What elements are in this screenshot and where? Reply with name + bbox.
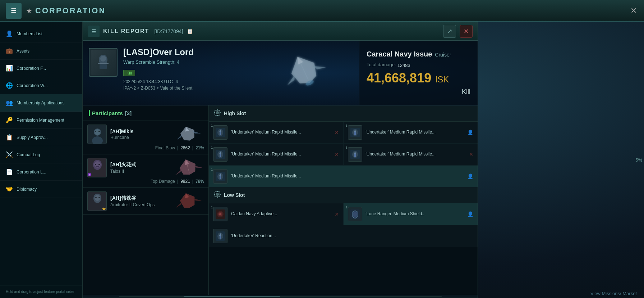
participant-info-0: [AH]Mikis Hurricane	[110, 128, 168, 140]
slot-low-user-1[interactable]: 👤	[467, 211, 473, 217]
victim-avatar	[89, 48, 118, 77]
slot-close-0[interactable]: ✕	[335, 130, 339, 135]
svg-marker-16	[179, 125, 197, 143]
svg-rect-15	[98, 131, 100, 132]
isk-row: 41,668,819 ISK	[367, 71, 470, 85]
slot-item-low-2: 'Undertaker' Reaction...	[209, 225, 478, 247]
svg-rect-24	[98, 164, 100, 165]
combat-icon: ⚔️	[6, 151, 13, 158]
sidebar-item-permission-management[interactable]: 🔑 Permission Management	[0, 112, 82, 129]
missile-icon-4	[215, 171, 226, 182]
svg-rect-68	[220, 176, 221, 179]
slot-item-high-3: 1 'Undertaker' Medium Rapid Missile... ✕	[344, 144, 478, 165]
sidebar-label-combat: Combat Log	[17, 152, 40, 157]
sidebar-item-assets[interactable]: 💼 Assets	[0, 42, 82, 60]
sidebar-item-corporation-l[interactable]: 📄 Corporation L...	[0, 163, 82, 181]
svg-rect-25	[96, 166, 99, 167]
ship-type: Cruiser	[435, 52, 451, 58]
sidebar-label-permission: Permission Management	[17, 118, 64, 123]
slot-low-icon-1	[348, 207, 362, 221]
sidebar-label-members-list: Members List	[17, 31, 42, 36]
participant-name-1: [AH]火花式	[110, 162, 168, 168]
panel-title: KILL REPORT	[103, 28, 149, 35]
high-slot-grid: 1 'Undertaker' Medium Rapid Missile... ✕	[209, 122, 478, 187]
ship-img-1	[172, 158, 204, 177]
star-icon: ★	[26, 6, 32, 15]
kill-badge: Kill	[123, 70, 135, 76]
damage-value: 12483	[397, 63, 410, 68]
panel-title-id: [ID:7177094]	[154, 28, 183, 34]
sidebar-item-corporation-f[interactable]: 📊 Corporation F...	[0, 60, 82, 77]
diplomacy-icon: 🤝	[6, 186, 13, 193]
export-button[interactable]: ↗	[443, 25, 456, 38]
sidebar-item-corporation-w[interactable]: 🌐 Corporation W...	[0, 77, 82, 94]
svg-point-70	[216, 193, 219, 196]
low-slot-grid: 1 Caldari Navy Adaptive... ✕	[209, 203, 478, 247]
ship-img-0	[172, 125, 204, 144]
svg-rect-64	[354, 154, 356, 157]
svg-rect-1	[100, 64, 107, 69]
stat-damage-0: 2662	[180, 145, 190, 150]
copy-id-button[interactable]: 📋	[187, 28, 193, 34]
sidebar-label-diplomacy: Diplomacy	[17, 187, 37, 192]
sidebar-item-supply-approv[interactable]: 📋 Supply Approv...	[0, 129, 82, 146]
participants-column: Participants [3]	[83, 105, 209, 295]
high-slot-header: High Slot	[209, 105, 478, 122]
participant-item-1: ★ [AH]火花式 Talos II	[83, 154, 208, 188]
slot-name-1: 'Undertaker' Medium Rapid Missile...	[366, 130, 464, 135]
close-app-button[interactable]: ✕	[630, 6, 637, 15]
slot-num-0: 1	[211, 124, 213, 127]
slot-item-low-0: 1 Caldari Navy Adaptive... ✕	[209, 203, 343, 225]
panel-close-button[interactable]: ✕	[460, 25, 473, 38]
panel-scrollbar[interactable]	[83, 295, 478, 298]
shield-icon-0	[350, 209, 360, 220]
avatar-img-0	[88, 125, 106, 144]
participant-avatar-0	[87, 125, 107, 144]
ship-name: Caracal Navy Issue	[367, 50, 432, 58]
slot-item-high-2: 1 'Undertaker' Medium Rapid Missile... ✕	[209, 144, 343, 165]
main-area: ☰ KILL REPORT [ID:7177094] 📋 ↗ ✕	[83, 22, 644, 298]
slot-close-2[interactable]: ✕	[335, 152, 339, 157]
ship-silhouette-svg	[266, 48, 345, 98]
missile-icon-0	[215, 127, 226, 138]
slot-item-high-1: 1 'Undertaker' Medium Rapid Missile... 👤	[344, 122, 478, 143]
members-list-icon: 👤	[6, 30, 13, 37]
slot-low-num-1: 1	[346, 206, 348, 209]
sidebar-item-combat-log[interactable]: ⚔️ Combat Log	[0, 146, 82, 163]
panel-menu-button[interactable]: ☰	[88, 26, 100, 37]
assets-icon: 💼	[6, 48, 13, 54]
slot-user-4[interactable]: 👤	[467, 173, 473, 179]
participant-row-2: ★ [AH]伟兹谷 Arbitrator II Covert Ops	[87, 191, 204, 211]
slot-low-icon-0	[213, 207, 227, 221]
menu-button[interactable]: ☰	[6, 3, 22, 19]
sidebar-item-membership-applications[interactable]: 👥 Membership Applications	[0, 94, 82, 112]
participants-count: [3]	[125, 110, 132, 116]
scrollbar-thumb[interactable]	[184, 296, 280, 297]
sidebar-item-diplomacy[interactable]: 🤝 Diplomacy	[0, 181, 82, 198]
corporation-l-icon: 📄	[6, 168, 13, 175]
slot-name-4: 'Undertaker' Medium Rapid Missile...	[231, 173, 464, 179]
slot-low-close-0[interactable]: ✕	[335, 211, 339, 217]
participant-portrait-2: ★	[88, 192, 107, 211]
low-slot-svg	[214, 191, 221, 198]
participant-ship-0: Hurricane	[110, 135, 168, 140]
slot-low-icon-2	[213, 229, 227, 243]
sidebar-label-corporation-f: Corporation F...	[17, 66, 46, 71]
sidebar-item-members-list[interactable]: 👤 Members List	[0, 25, 82, 42]
slot-close-3[interactable]: ✕	[469, 152, 473, 157]
slot-item-high-4: 1 'Undertaker' Medium Rapid Missile... 👤	[209, 166, 478, 187]
slot-icon-0	[213, 125, 227, 140]
participant-portrait-1: ★	[88, 158, 107, 177]
sidebar-label-assets: Assets	[17, 49, 29, 54]
ship-svg-2	[172, 191, 204, 211]
slot-num-1: 1	[346, 124, 348, 127]
slot-user-1[interactable]: 👤	[467, 130, 473, 135]
sidebar-label-corporation-w: Corporation W...	[17, 83, 48, 88]
membership-icon: 👥	[6, 99, 13, 106]
participant-item-0: [AH]Mikis Hurricane	[83, 121, 208, 154]
hamburger-icon: ☰	[11, 7, 17, 15]
participant-stats-0: Final Blow | 2662 | 21%	[87, 145, 204, 150]
slot-name-0: 'Undertaker' Medium Rapid Missile...	[231, 130, 331, 135]
avatar-img-1: ★	[88, 158, 106, 177]
high-slot-title: High Slot	[224, 110, 246, 116]
